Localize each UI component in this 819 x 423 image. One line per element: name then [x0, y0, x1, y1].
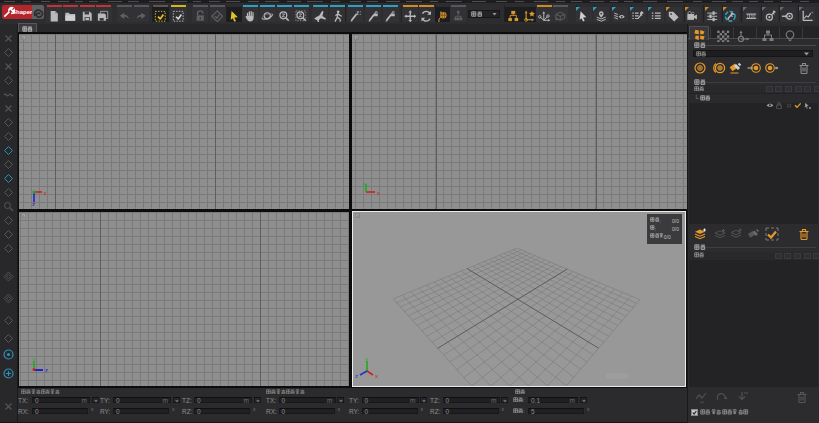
svg-text:z: z	[32, 201, 35, 206]
svg-text:x: x	[377, 190, 380, 196]
svg-text:1:1: 1:1	[356, 11, 361, 16]
svg-text:x: x	[44, 190, 47, 196]
svg-text:z: z	[45, 367, 48, 373]
svg-text:y: y	[365, 357, 368, 362]
svg-text:z: z	[355, 373, 358, 379]
svg-text:y: y	[32, 356, 35, 362]
svg-text:y: y	[364, 181, 367, 187]
svg-text:x: x	[375, 373, 378, 379]
